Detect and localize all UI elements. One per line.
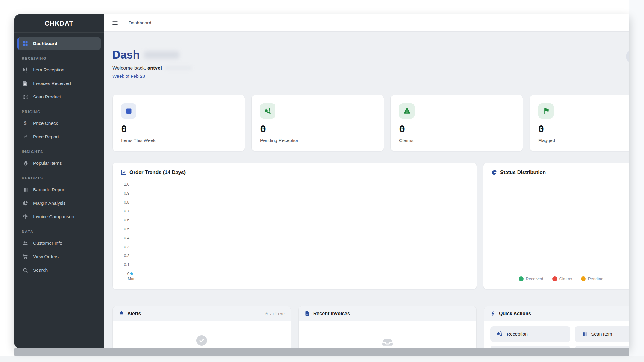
welcome-prefix: Welcome back,: [112, 65, 146, 71]
sidebar-item-item-reception[interactable]: Item Reception: [17, 64, 101, 76]
alerts-title: Alerts: [127, 311, 141, 316]
main-area: Dashboard Dash Welcome back, antvel Week…: [104, 14, 629, 348]
sidebar-item-label: Scan Product: [33, 94, 61, 100]
sidebar-item-popular-items[interactable]: Popular Items: [17, 157, 101, 170]
y-tick-label: 0.6: [120, 218, 129, 222]
sidebar-item-label: Customer Info: [33, 240, 62, 246]
page-background-right: [629, 0, 644, 362]
alerts-header: Alerts 0 active: [113, 306, 291, 321]
quick-action-reception[interactable]: Reception: [490, 326, 570, 342]
svg-text:$: $: [24, 121, 27, 126]
status-legend: Received Claims Pending: [483, 276, 629, 281]
sidebar-item-customer-info[interactable]: Customer Info: [17, 237, 101, 249]
recent-invoices-title: Recent Invoices: [313, 311, 350, 316]
y-tick-label: 0.9: [120, 191, 129, 195]
legend-label: Claims: [559, 276, 572, 281]
brand-logo: CHKDAT: [44, 20, 73, 27]
sidebar-item-label: Price Check: [33, 121, 58, 126]
legend-dot: [581, 276, 586, 281]
sidebar-item-label: Popular Items: [33, 161, 62, 166]
sidebar-item-price-check[interactable]: $ Price Check: [17, 117, 101, 130]
sidebar-section-receiving: RECEIVING: [14, 51, 104, 63]
y-tick-label: 0.2: [120, 253, 129, 258]
chart-line-icon: [120, 170, 126, 176]
sidebar-item-dashboard[interactable]: Dashboard: [17, 37, 101, 50]
hamburger-menu-icon[interactable]: [112, 20, 118, 26]
sidebar-item-scan-product[interactable]: Scan Product: [17, 91, 101, 103]
status-distribution-title-text: Status Distribution: [500, 170, 546, 176]
invoice-icon: [305, 311, 310, 316]
sidebar-item-invoice-comparison[interactable]: Invoice Comparison: [17, 210, 101, 223]
sidebar-item-margin-analysis[interactable]: Margin Analysis: [17, 197, 101, 210]
y-axis-line: [132, 184, 132, 274]
hand-truck-icon: [497, 331, 503, 337]
flame-icon: [22, 160, 28, 166]
order-trends-panel: Order Trends (14 Days) Mon 1.00.90.80.70…: [112, 163, 477, 289]
week-selector[interactable]: Week of Feb 23: [112, 74, 629, 79]
lightning-bolt-icon: [490, 311, 496, 316]
grid-icon: [22, 41, 28, 47]
empty-inbox-icon: [381, 335, 394, 348]
y-tick-label: 0.5: [120, 227, 129, 231]
hand-truck-icon: [22, 67, 28, 73]
username: antvel: [147, 65, 162, 71]
pie-chart-icon: [22, 200, 28, 206]
pie-chart-icon: [491, 170, 497, 176]
recent-invoices-panel: Recent Invoices: [298, 306, 477, 348]
sidebar-item-view-orders[interactable]: View Orders: [17, 250, 101, 263]
alerts-body: [113, 321, 291, 346]
sidebar: CHKDAT DashboardRECEIVING Item Reception…: [14, 14, 104, 348]
recent-invoices-body: [299, 321, 476, 348]
quick-action-partial-button[interactable]: [575, 346, 629, 348]
legend-item-pending: Pending: [581, 276, 603, 281]
stats-row: 0 Items This Week 0 Pending Reception 0 …: [112, 95, 629, 151]
stat-card-pending-reception: 0 Pending Reception: [251, 95, 384, 151]
users-icon: [22, 240, 28, 246]
legend-item-received: Received: [519, 276, 543, 281]
stat-card-flagged: 0 Flagged: [530, 95, 629, 151]
page-title-text: Dash: [112, 49, 140, 61]
chart-line-icon: [22, 134, 28, 140]
status-distribution-panel: Status Distribution Received Claims Pend…: [483, 163, 629, 289]
quick-actions-panel: Quick Actions Reception Scan Item: [484, 306, 629, 348]
order-trends-chart: Mon 1.00.90.80.70.60.50.40.30.20.10: [120, 180, 469, 283]
legend-dot: [552, 276, 557, 281]
horizontal-scrollbar[interactable]: [14, 348, 629, 356]
quick-action-partial-button[interactable]: [490, 346, 570, 348]
sidebar-item-price-report[interactable]: Price Report: [17, 131, 101, 143]
legend-dot: [519, 276, 524, 281]
package-icon: [121, 103, 136, 119]
stat-card-claims: 0 Claims: [390, 95, 523, 151]
scale-icon: [22, 214, 28, 220]
y-tick-label: 0.8: [120, 200, 129, 204]
alerts-active-badge: 0 active: [265, 311, 285, 316]
breadcrumb: Dashboard: [129, 20, 151, 26]
order-trends-title-text: Order Trends (14 Days): [129, 170, 186, 176]
sidebar-item-label: View Orders: [33, 254, 59, 259]
sidebar-nav: DashboardRECEIVING Item Reception Invoic…: [14, 33, 104, 280]
data-point: [130, 272, 133, 275]
search-icon: [22, 267, 28, 273]
sidebar-section-data: DATA: [14, 224, 104, 236]
status-distribution-title: Status Distribution: [491, 170, 629, 176]
y-tick-label: 0.7: [120, 209, 129, 213]
flag-icon: [538, 103, 554, 119]
quick-action-scan-item[interactable]: Scan Item: [575, 326, 629, 342]
qr-code-icon: [22, 94, 28, 100]
barcode-icon: [581, 331, 587, 337]
sidebar-item-label: Item Reception: [33, 67, 64, 73]
legend-label: Pending: [588, 276, 603, 281]
quick-actions-header: Quick Actions: [484, 306, 629, 321]
bell-icon: [119, 311, 124, 316]
content: Dash Welcome back, antvel Week of Feb 23…: [104, 32, 629, 348]
x-axis-line: [132, 274, 460, 274]
sidebar-item-barcode-report[interactable]: Barcode Report: [17, 183, 101, 196]
sidebar-header: CHKDAT: [14, 14, 104, 33]
sidebar-item-search[interactable]: Search: [17, 264, 101, 276]
cart-icon: [22, 254, 28, 260]
quick-actions-body: Reception Scan Item: [484, 321, 629, 348]
sidebar-item-invoices-received[interactable]: Invoices Received: [17, 77, 101, 90]
charts-row: Order Trends (14 Days) Mon 1.00.90.80.70…: [112, 163, 629, 289]
stat-label: Pending Reception: [260, 138, 375, 143]
alerts-panel: Alerts 0 active: [112, 306, 291, 348]
